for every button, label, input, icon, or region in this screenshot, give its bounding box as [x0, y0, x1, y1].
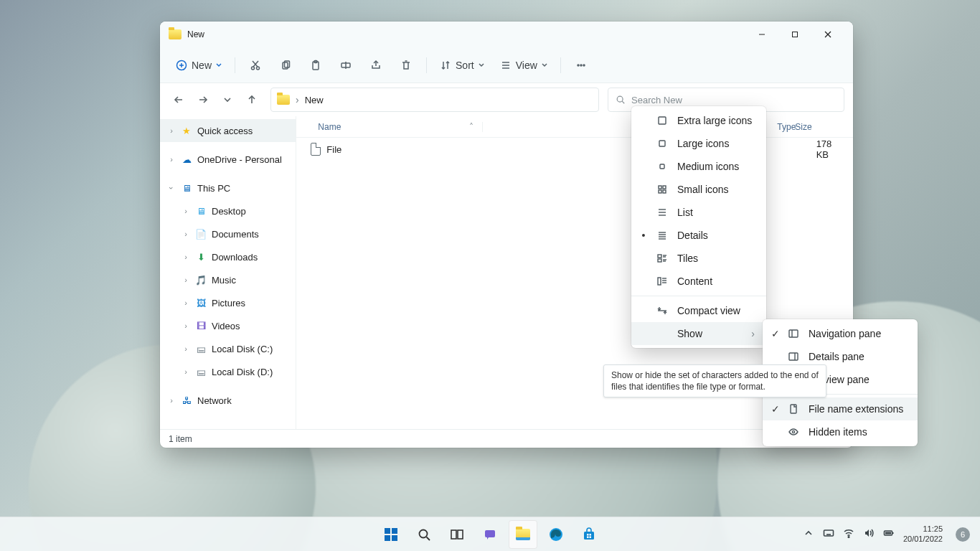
more-button[interactable]: [568, 53, 594, 77]
maximize-button[interactable]: [778, 23, 811, 46]
tray-overflow[interactable]: [803, 527, 814, 541]
paste-button[interactable]: [303, 53, 329, 77]
folder-icon: [277, 95, 290, 105]
recent-button[interactable]: [217, 90, 237, 110]
svg-point-22: [583, 65, 585, 66]
chevron-right-icon[interactable]: ›: [167, 155, 176, 164]
disk-icon: 🖴: [194, 344, 207, 354]
sidebar-disk-c[interactable]: ›🖴Local Disk (C:): [160, 337, 296, 360]
videos-icon: 🎞: [194, 321, 207, 331]
sidebar-quick-access[interactable]: › ★ Quick access: [160, 119, 296, 142]
taskbar-chat[interactable]: [476, 520, 504, 549]
cloud-icon: ☁: [180, 154, 193, 165]
svg-rect-67: [385, 535, 390, 541]
taskbar-explorer[interactable]: [509, 520, 537, 549]
svg-rect-71: [451, 530, 456, 539]
share-button[interactable]: [363, 53, 389, 77]
sidebar-documents[interactable]: ›📄Documents: [160, 222, 296, 245]
svg-rect-32: [659, 117, 666, 124]
sort-button[interactable]: Sort: [434, 53, 490, 77]
copy-button[interactable]: [273, 53, 298, 77]
svg-rect-79: [590, 536, 592, 538]
system-tray: 11:25 20/01/2022 6: [803, 524, 980, 543]
sidebar-this-pc[interactable]: › 🖥 This PC: [160, 176, 296, 199]
svg-rect-66: [392, 528, 397, 534]
titlebar[interactable]: New: [160, 22, 853, 47]
chevron-right-icon[interactable]: ›: [167, 126, 176, 135]
col-name[interactable]: Name˄: [296, 122, 483, 132]
documents-icon: 📄: [194, 229, 207, 240]
up-button[interactable]: [242, 90, 262, 110]
svg-point-8: [257, 67, 260, 70]
volume-icon[interactable]: [863, 527, 875, 541]
svg-rect-63: [791, 405, 796, 413]
taskbar: 11:25 20/01/2022 6: [0, 517, 980, 551]
show-nav-pane[interactable]: ✓Navigation pane: [763, 322, 918, 345]
back-button[interactable]: [169, 90, 189, 110]
view-extra-large[interactable]: Extra large icons: [631, 109, 766, 132]
svg-point-7: [252, 67, 255, 70]
view-details[interactable]: •Details: [631, 224, 766, 247]
new-label: New: [192, 60, 212, 71]
sidebar-disk-d[interactable]: ›🖴Local Disk (D:): [160, 360, 296, 383]
svg-rect-38: [663, 190, 666, 193]
tooltip: Show or hide the set of characters added…: [603, 364, 826, 397]
sidebar-downloads[interactable]: ›⬇Downloads: [160, 245, 296, 268]
sidebar-desktop[interactable]: ›🖥Desktop: [160, 199, 296, 222]
svg-rect-35: [659, 186, 661, 189]
close-button[interactable]: [811, 23, 844, 46]
view-list[interactable]: List: [631, 201, 766, 224]
sort-label: Sort: [456, 60, 474, 71]
address-bar[interactable]: › New: [270, 88, 599, 112]
pictures-icon: 🖼: [194, 298, 207, 309]
view-dropdown: Extra large icons Large icons Medium ico…: [631, 106, 766, 348]
rename-button[interactable]: [333, 53, 359, 77]
view-medium[interactable]: Medium icons: [631, 155, 766, 178]
view-compact[interactable]: Compact view: [631, 299, 766, 322]
address-path: New: [305, 95, 324, 105]
forward-button[interactable]: [193, 90, 213, 110]
nav-pane: › ★ Quick access › ☁ OneDrive - Personal…: [160, 116, 296, 429]
start-button[interactable]: [377, 520, 405, 549]
col-size[interactable]: Size: [786, 122, 820, 132]
battery-icon[interactable]: [883, 527, 895, 541]
sidebar-music[interactable]: ›🎵Music: [160, 268, 296, 291]
view-show[interactable]: Show›: [631, 322, 766, 345]
sidebar-pictures[interactable]: ›🖼Pictures: [160, 291, 296, 314]
clock[interactable]: 11:25 20/01/2022: [903, 524, 943, 543]
wifi-icon[interactable]: [843, 527, 854, 541]
svg-rect-78: [587, 536, 589, 538]
view-tiles[interactable]: Tiles: [631, 247, 766, 270]
svg-rect-49: [658, 259, 661, 262]
view-content[interactable]: Content: [631, 270, 766, 293]
svg-point-21: [580, 65, 582, 66]
sidebar-network[interactable]: › 🖧 Network: [160, 389, 296, 412]
view-large[interactable]: Large icons: [631, 132, 766, 155]
view-button[interactable]: View: [494, 53, 553, 77]
svg-line-70: [427, 537, 430, 540]
taskbar-edge[interactable]: [542, 520, 570, 549]
sidebar-onedrive[interactable]: › ☁ OneDrive - Personal: [160, 148, 296, 171]
svg-rect-59: [789, 353, 798, 360]
search-icon: [616, 95, 626, 105]
delete-button[interactable]: [393, 53, 419, 77]
taskbar-store[interactable]: [575, 520, 603, 549]
show-hidden-items[interactable]: Hidden items: [763, 420, 918, 443]
view-small[interactable]: Small icons: [631, 178, 766, 201]
star-icon: ★: [180, 126, 193, 136]
cut-button[interactable]: [242, 53, 268, 77]
notification-badge[interactable]: 6: [956, 527, 970, 542]
taskbar-search[interactable]: [410, 520, 438, 549]
downloads-icon: ⬇: [194, 252, 207, 263]
disk-icon: 🖴: [194, 367, 207, 377]
show-file-extensions[interactable]: ✓File name extensions: [763, 397, 918, 420]
new-button[interactable]: New: [170, 53, 227, 77]
svg-rect-36: [663, 186, 666, 189]
chevron-down-icon[interactable]: ›: [167, 184, 176, 192]
keyboard-icon[interactable]: [823, 527, 834, 541]
sidebar-videos[interactable]: ›🎞Videos: [160, 314, 296, 337]
file-row[interactable]: File File 178 KB: [296, 138, 853, 161]
task-view[interactable]: [443, 520, 471, 549]
minimize-button[interactable]: [745, 23, 778, 46]
svg-line-24: [622, 101, 624, 103]
